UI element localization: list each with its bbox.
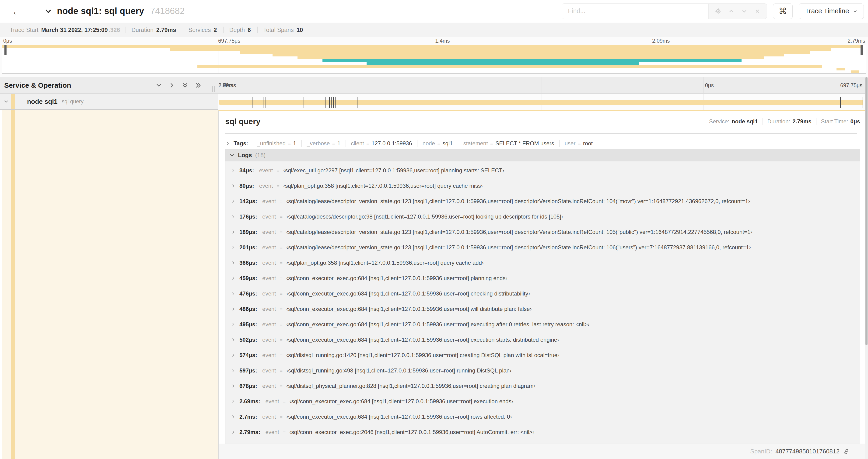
span-bar[interactable] (219, 100, 863, 105)
chevron-right-icon (231, 384, 236, 388)
log-entry[interactable]: 366μs: event = ‹sql/plan_opt.go:358 [nsq… (225, 255, 860, 270)
expanded-row-left-panel (0, 110, 218, 459)
log-entry[interactable]: 2.69ms: event = ‹sql/conn_executor_exec.… (225, 394, 860, 409)
span-row-name-cell[interactable]: node sql1 sql query (0, 94, 218, 110)
log-entry[interactable]: 678μs: event = ‹sql/distsql_physical_pla… (225, 378, 860, 394)
tag-key: _verbose (307, 140, 330, 147)
ruler-tick-label: 0μs (705, 82, 714, 89)
log-entry[interactable]: 597μs: event = ‹sql/distsql_running.go:4… (225, 363, 860, 378)
log-entry[interactable]: 2.79ms: event = ‹sql/conn_executor_exec.… (225, 424, 860, 440)
viewport-scrubber-left[interactable] (4, 45, 6, 55)
tag-value: 1 (293, 140, 296, 147)
tag-item: node = sql1 (417, 140, 458, 147)
trace-stat: Services 2 (183, 27, 223, 33)
log-marker (304, 97, 304, 108)
next-match-icon[interactable] (741, 8, 748, 15)
log-field-name: event (262, 367, 276, 374)
log-entry[interactable]: 476μs: event = ‹sql/conn_executor_exec.g… (225, 286, 860, 301)
log-entry[interactable]: 80μs: event = ‹sql/plan_opt.go:358 [nsql… (225, 178, 860, 194)
trace-title-group[interactable]: node sql1: sql query 7418682 (44, 6, 185, 16)
equals-sign: = (332, 141, 335, 146)
equals-sign: = (280, 198, 283, 204)
log-field-name: event (262, 290, 276, 297)
log-entry[interactable]: 486μs: event = ‹sql/conn_executor_exec.g… (225, 301, 860, 317)
log-message: ‹sql/distsql_physical_planner.go:828 [ns… (286, 383, 535, 389)
viewport-scrubber-right[interactable] (861, 45, 863, 55)
log-entry[interactable]: 142μs: event = ‹sql/catalog/lease/descri… (225, 194, 860, 209)
log-field-name: event (262, 383, 276, 389)
log-message: ‹sql/conn_executor_exec.go:2046 [nsql1,c… (289, 429, 534, 435)
log-timestamp: 2.7ms: (239, 414, 257, 420)
scrollbar-thumb[interactable] (865, 77, 868, 345)
log-timestamp: 502μs: (239, 336, 257, 343)
back-button[interactable]: ← (0, 0, 34, 22)
find-input[interactable] (562, 4, 708, 19)
back-arrow-icon: ← (12, 6, 22, 17)
log-timestamp: 80μs: (239, 183, 254, 189)
log-entry[interactable]: 574μs: event = ‹sql/distsql_running.go:1… (225, 348, 860, 363)
collapse-one-icon[interactable] (155, 82, 162, 89)
tag-value: SELECT * FROM users (495, 140, 554, 147)
find-group (562, 3, 767, 19)
log-timestamp: 142μs: (239, 198, 257, 204)
trace-stat: Depth 6 (223, 27, 257, 33)
equals-sign: = (280, 291, 283, 297)
clear-icon[interactable] (754, 8, 761, 14)
log-marker (238, 97, 238, 108)
log-marker (862, 97, 862, 108)
log-marker (266, 97, 266, 108)
expand-one-icon[interactable] (168, 82, 176, 89)
locate-icon[interactable] (715, 8, 722, 15)
minimap-span (837, 68, 845, 70)
expand-all-icon[interactable] (195, 82, 202, 89)
tag-item: _unfinished = 1 (252, 140, 301, 147)
log-timestamp: 189μs: (239, 229, 257, 235)
vertical-scrollbar[interactable] (865, 77, 868, 459)
log-message: ‹sql/catalog/lease/descriptor_version_st… (286, 198, 750, 204)
find-buttons (708, 4, 767, 19)
log-timestamp: 476μs: (239, 290, 257, 297)
log-marker (329, 97, 330, 108)
equals-sign: = (277, 167, 279, 174)
tag-value: 127.0.0.1:59936 (371, 140, 412, 147)
log-entry[interactable]: 2.7ms: event = ‹sql/conn_executor_exec.g… (225, 409, 860, 424)
logs-block: Logs (18) 34μs: event = ‹sql/exec_util.g… (225, 149, 860, 453)
logs-header[interactable]: Logs (18) (225, 149, 860, 161)
log-entry[interactable]: 189μs: event = ‹sql/catalog/lease/descri… (225, 224, 860, 240)
deep-link-icon[interactable] (843, 448, 850, 455)
view-selector-label: Trace Timeline (805, 7, 849, 15)
span-detail-panel: sql query Service: node sql1 Duration: 2… (218, 110, 865, 459)
minimap-tick-label: 1.4ms (435, 38, 450, 44)
equals-sign: = (280, 260, 283, 266)
equals-sign: = (280, 321, 283, 328)
log-entry[interactable]: 201μs: event = ‹sql/catalog/lease/descri… (225, 240, 860, 255)
log-entry[interactable]: 495μs: event = ‹sql/conn_executor_exec.g… (225, 317, 860, 332)
stat-label: Total Spans (263, 27, 294, 33)
trace-stat: Duration 2.79ms (126, 27, 183, 33)
log-timestamp: 2.69ms: (239, 398, 260, 404)
log-entry[interactable]: 34μs: event = ‹sql/exec_util.go:2297 [ns… (225, 163, 860, 178)
tags-row[interactable]: Tags: _unfinished = 1 _verbose = 1 (225, 140, 860, 147)
service-operation-header: Service & Operation (0, 77, 218, 93)
equals-sign: = (437, 141, 440, 146)
span-row[interactable]: node sql1 sql query (0, 94, 865, 110)
log-timestamp: 597μs: (239, 367, 257, 374)
span-row-timeline-cell[interactable] (218, 94, 865, 110)
collapse-all-icon[interactable] (182, 82, 189, 89)
minimap-canvas[interactable] (2, 45, 866, 73)
log-entry[interactable]: 176μs: event = ‹sql/catalog/descs/descri… (225, 209, 860, 224)
chevron-down-icon (229, 153, 235, 158)
chevron-right-icon (231, 276, 236, 281)
trace-timeline-page: ← node sql1: sql query 7418682 ⌘ (0, 0, 868, 459)
tag-key: _unfinished (257, 140, 286, 147)
trace-stat: Trace Start March 31 2022, 17:25:09 .326 (4, 27, 126, 33)
chevron-right-icon (231, 230, 236, 234)
keyboard-shortcuts-button[interactable]: ⌘ (773, 3, 793, 19)
log-entry[interactable]: 459μs: event = ‹sql/conn_executor_exec.g… (225, 270, 860, 286)
chevron-down-icon[interactable] (3, 99, 9, 104)
view-selector-button[interactable]: Trace Timeline (799, 3, 864, 19)
prev-match-icon[interactable] (728, 8, 735, 15)
stat-value: 2 (214, 27, 217, 33)
log-entry[interactable]: 502μs: event = ‹sql/conn_executor_exec.g… (225, 332, 860, 348)
column-resizer[interactable] (212, 86, 215, 92)
